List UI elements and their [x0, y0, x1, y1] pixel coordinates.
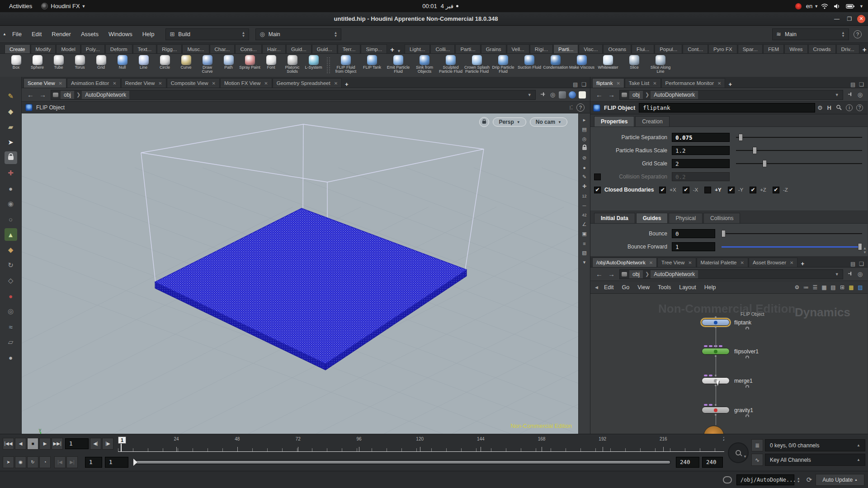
folder-tab-physical[interactable]: Physical [669, 213, 703, 223]
collapse-bar-icon[interactable]: ▸ [580, 115, 589, 125]
sculpt-tool-icon[interactable]: ◆ [5, 105, 17, 118]
more-options-icon[interactable]: ▾ [580, 258, 589, 267]
shelf-tool-torus[interactable]: Torus [69, 54, 90, 77]
close-tab-icon[interactable]: ✕ [653, 81, 656, 86]
angle-snap-icon[interactable]: ∠ [580, 220, 589, 229]
key-count-display[interactable]: 0 keys, 0/0 channels▲ [765, 439, 865, 451]
material-sphere-icon[interactable] [569, 91, 576, 99]
pane-tab-scene-view[interactable]: Scene View✕ [24, 78, 66, 88]
shelf-tool-spray-paint[interactable]: Spray Paint [239, 54, 260, 77]
param-value-field[interactable]: 2 [672, 159, 730, 168]
network-menu-layout[interactable]: Layout [675, 284, 700, 291]
playbar-zoom-button[interactable]: ▼ [728, 442, 749, 463]
spinner-icon[interactable]: ▲▼ [242, 31, 245, 38]
network-canvas[interactable]: Non-Commercial Edition Dynamics fliptank… [590, 294, 868, 434]
node-body[interactable] [702, 377, 730, 384]
columns-view-icon[interactable]: ▤ [829, 284, 838, 291]
chevron-down-icon[interactable]: ▼ [528, 93, 533, 97]
display-menu-icon[interactable]: ≡ [580, 239, 589, 248]
list-view-icon[interactable]: ☰ [811, 284, 820, 291]
key-all-channels-button[interactable]: Key All Channels▲ [765, 454, 865, 466]
curve-edit-tool-icon[interactable]: ≈ [5, 320, 17, 333]
shelf-tool-tube[interactable]: Tube [48, 54, 69, 77]
shelf-tab-popul[interactable]: Popul... [655, 44, 682, 53]
frame-ruler[interactable]: 1 244872961201441681922162 [118, 436, 724, 452]
clock[interactable]: 00:01 [422, 3, 437, 9]
jump-to-start-button[interactable]: |◀◀ [3, 438, 14, 450]
playback-loop-icon[interactable]: ↻ [27, 456, 38, 468]
node-merge1[interactable]: merge1 [702, 377, 753, 384]
menu-edit[interactable]: Edit [27, 31, 47, 38]
close-tab-icon[interactable]: ✕ [741, 260, 744, 265]
shelf-tab-parti[interactable]: Parti... [553, 44, 578, 53]
shelf-tool-drip-particle-fluid[interactable]: Drip Particle Fluid [490, 54, 516, 77]
shelf-tab-parti[interactable]: Parti... [455, 44, 480, 53]
pane-tab-asset-browser[interactable]: Asset Browser✕ [749, 258, 798, 267]
close-tab-icon[interactable]: ✕ [158, 81, 162, 86]
shelf-tool-crown-splash-particle-fluid[interactable]: Crown Splash Particle Fluid [464, 54, 490, 77]
wrench-icon[interactable]: ⚙ [793, 284, 802, 291]
flip-tank-state-icon[interactable]: ▲ [5, 228, 17, 241]
shelf-tool-flip-tank[interactable]: FLIP Tank [359, 54, 385, 77]
screen-record-icon[interactable] [795, 3, 802, 9]
radial-menu-select[interactable]: ◎ Main ▲▼ [255, 28, 341, 40]
pane-tab-render-view[interactable]: Render View✕ [121, 78, 166, 88]
shelf-tool-box[interactable]: Box [5, 54, 27, 77]
shelf-tab-cons[interactable]: Cons... [235, 44, 261, 53]
param-value-field[interactable]: 0.2 [672, 172, 730, 181]
divider-icon[interactable]: ─ [580, 201, 589, 210]
ghost-objects-icon[interactable]: ● [580, 163, 589, 172]
param-slider[interactable] [736, 160, 862, 168]
pane-tab--obj-autodopnetwork[interactable]: /obj/AutoDopNetwork✕ [592, 258, 657, 267]
shelf-tool-sink-from-objects[interactable]: Sink from Objects [411, 54, 438, 77]
shelf-tab-grains[interactable]: Grains [481, 44, 506, 53]
chevron-down-icon[interactable]: ▼ [835, 93, 841, 97]
node-body[interactable] [702, 319, 730, 326]
forward-icon[interactable]: → [605, 270, 618, 278]
pane-tab-tree-view[interactable]: Tree View✕ [657, 258, 696, 267]
slider-handle[interactable] [763, 160, 767, 167]
app-menu[interactable]: Houdini FX▼ [37, 3, 90, 9]
shelf-tab-pyrofx[interactable]: Pyro FX [708, 44, 737, 53]
shelf-tab-light[interactable]: Light... [405, 44, 430, 53]
close-tab-icon[interactable]: ✕ [790, 260, 793, 265]
menu-file[interactable]: File [7, 31, 27, 38]
shelf-tab-menu-icon[interactable]: ▼ [397, 49, 405, 53]
shelf-tab-terr[interactable]: Terr... [338, 44, 361, 53]
checkbox[interactable]: ✔ [750, 187, 756, 193]
pane-menu-icon[interactable]: ▤ [849, 261, 857, 267]
comb-tool-icon[interactable]: ▰ [5, 121, 17, 133]
shelf-tool-null[interactable]: Null [112, 54, 133, 77]
shelf-tool-make-viscous[interactable]: Make Viscous [569, 54, 595, 77]
folder-tab-guides[interactable]: Guides [636, 213, 668, 223]
close-tab-icon[interactable]: ✕ [113, 81, 116, 86]
network-menu-tools[interactable]: Tools [654, 284, 675, 291]
shelf-tool-draw-curve[interactable]: Draw Curve [197, 54, 218, 77]
pose-tool-icon[interactable]: ● [5, 182, 17, 195]
scene-path-field[interactable]: obj❯AutoDopNetwork ▼ [51, 90, 536, 100]
shelf-tab-create[interactable]: Create [5, 44, 30, 53]
pin-icon[interactable] [845, 271, 855, 278]
shelf-tool-sphere[interactable]: Sphere [27, 54, 48, 77]
param-slider[interactable] [722, 243, 862, 251]
pivot-tool-icon[interactable]: ◉ [5, 197, 17, 210]
pane-tab-performance-monitor[interactable]: Performance Monitor✕ [661, 78, 726, 88]
add-pane-tab-button[interactable]: + [726, 81, 735, 88]
minimize-button[interactable]: — [832, 14, 842, 24]
checkbox[interactable]: ✔ [773, 187, 779, 193]
grid-view-icon[interactable]: ▦ [820, 284, 829, 291]
slider-handle[interactable] [722, 230, 726, 237]
message-bubble-icon[interactable] [723, 476, 732, 483]
menu-windows[interactable]: Windows [104, 31, 137, 38]
add-geometry-icon[interactable]: ✚ [580, 182, 589, 191]
shelf-set-select[interactable]: ≋ Main ▲▼ [772, 28, 849, 40]
node-partial[interactable] [703, 426, 724, 434]
param-value-field[interactable]: 0 [672, 229, 715, 238]
pane-tab-animation-editor[interactable]: Animation Editor✕ [67, 78, 121, 88]
shelf-tab-poly[interactable]: Poly... [81, 44, 105, 53]
close-tab-icon[interactable]: ✕ [212, 81, 216, 86]
breadcrumb-obj[interactable]: obj [629, 91, 643, 99]
window-titlebar[interactable]: untitled.hip - Houdini Apprentice Non-Co… [0, 12, 868, 26]
prev-keyframe-button[interactable]: |◀ [54, 456, 66, 468]
shelf-tool-line[interactable]: Line [133, 54, 154, 77]
